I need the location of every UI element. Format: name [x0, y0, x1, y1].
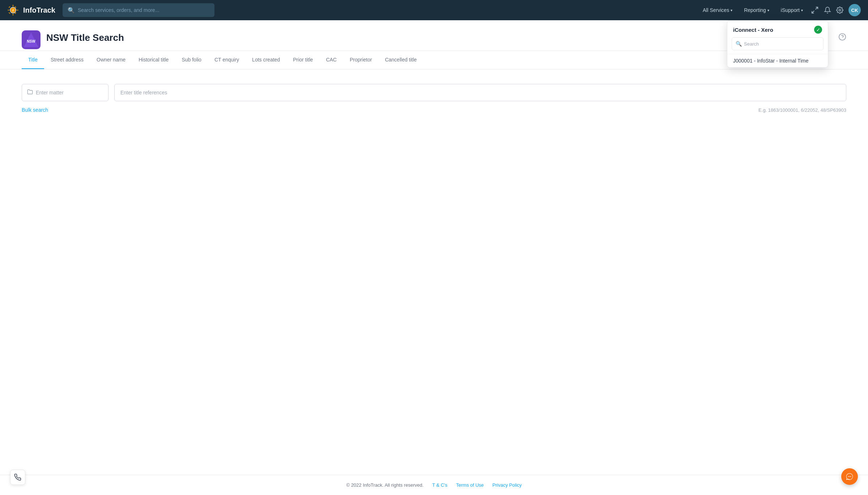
tab-lots-created[interactable]: Lots created	[246, 51, 286, 69]
footer-tac-link[interactable]: T & C's	[432, 482, 447, 488]
tab-historical-title[interactable]: Historical title	[132, 51, 175, 69]
svg-point-13	[839, 9, 841, 11]
footer-terms-link[interactable]: Terms of Use	[456, 482, 484, 488]
svg-rect-7	[8, 12, 10, 14]
bottom-row: Bulk search E.g. 1863/1000001, 6/22052, …	[22, 107, 846, 113]
search-icon: 🔍	[68, 7, 75, 14]
tab-cac[interactable]: CAC	[319, 51, 343, 69]
navbar: i InfoTrack 🔍 All Services ▾ Reporting ▾…	[0, 0, 868, 20]
svg-rect-4	[17, 10, 18, 11]
iconnect-search-bar[interactable]: 🔍	[732, 37, 824, 50]
matter-input-wrap[interactable]	[22, 84, 109, 101]
iconnect-item[interactable]: J000001 - InfoStar - Internal Time	[727, 54, 828, 67]
svg-text:i: i	[13, 8, 14, 12]
chevron-down-icon: ▾	[801, 8, 803, 12]
tab-proprietor[interactable]: Proprietor	[343, 51, 378, 69]
tab-street-address[interactable]: Street address	[44, 51, 90, 69]
page-icon: NSW	[22, 30, 41, 51]
bell-icon[interactable]	[824, 7, 831, 14]
chevron-down-icon: ▾	[767, 8, 769, 12]
page-content: NSW NSW Title Search Title Street addres…	[0, 20, 868, 475]
title-ref-input[interactable]	[114, 84, 846, 101]
iconnect-dropdown: iConnect - Xero ✓ 🔍 J000001 - InfoStar -…	[727, 20, 828, 68]
svg-rect-5	[8, 6, 10, 8]
isupport-nav[interactable]: iSupport ▾	[776, 5, 807, 15]
main-area: Bulk search E.g. 1863/1000001, 6/22052, …	[0, 69, 868, 127]
svg-point-21	[850, 476, 851, 477]
global-search-bar[interactable]: 🔍	[63, 3, 214, 17]
iconnect-search-input[interactable]	[744, 41, 820, 47]
navbar-right: All Services ▾ Reporting ▾ iSupport ▾	[691, 4, 861, 16]
help-icon[interactable]	[838, 33, 846, 48]
global-search-input[interactable]	[78, 7, 209, 13]
footer-privacy-link[interactable]: Privacy Policy	[493, 482, 522, 488]
svg-line-12	[812, 11, 814, 13]
all-services-nav[interactable]: All Services ▾	[698, 5, 737, 15]
example-text: E.g. 1863/1000001, 6/22052, 48/SP63903	[758, 107, 846, 113]
logo[interactable]: i InfoTrack	[7, 4, 55, 16]
all-services-label: All Services	[703, 7, 729, 13]
svg-point-20	[849, 476, 850, 477]
footer: © 2022 InfoTrack. All rights reserved. T…	[0, 475, 868, 495]
svg-line-11	[816, 7, 818, 9]
iconnect-check-icon: ✓	[814, 26, 822, 34]
folder-icon	[27, 89, 33, 96]
nav-links: All Services ▾ Reporting ▾ iSupport ▾	[698, 5, 807, 15]
tab-sub-folio[interactable]: Sub folio	[175, 51, 208, 69]
logo-text: InfoTrack	[23, 6, 55, 14]
tab-ct-enquiry[interactable]: CT enquiry	[208, 51, 246, 69]
svg-point-19	[848, 476, 849, 477]
bulk-search-link[interactable]: Bulk search	[22, 107, 48, 113]
isupport-label: iSupport	[781, 7, 800, 13]
input-row	[22, 84, 846, 101]
chat-support-button[interactable]	[841, 468, 858, 485]
svg-text:NSW: NSW	[27, 39, 35, 43]
iconnect-header: iConnect - Xero ✓	[727, 21, 828, 37]
iconnect-title: iConnect - Xero	[733, 27, 773, 33]
settings-icon[interactable]	[836, 7, 843, 14]
tab-owner-name[interactable]: Owner name	[90, 51, 132, 69]
tab-title[interactable]: Title	[22, 51, 44, 69]
svg-rect-2	[13, 14, 14, 16]
phone-button[interactable]	[10, 470, 25, 485]
tab-prior-title[interactable]: Prior title	[286, 51, 319, 69]
logo-icon: i	[7, 4, 19, 16]
nav-icons: CK	[811, 4, 861, 16]
tab-cancelled-title[interactable]: Cancelled title	[378, 51, 423, 69]
chevron-down-icon: ▾	[731, 8, 732, 12]
matter-input[interactable]	[36, 90, 103, 95]
reporting-nav[interactable]: Reporting ▾	[740, 5, 774, 15]
reporting-label: Reporting	[744, 7, 766, 13]
code-icon[interactable]	[811, 6, 819, 14]
svg-rect-3	[8, 10, 9, 11]
iconnect-search-icon: 🔍	[736, 41, 742, 47]
footer-copyright: © 2022 InfoTrack. All rights reserved.	[346, 482, 424, 488]
svg-rect-1	[13, 5, 14, 7]
page-title: NSW Title Search	[46, 32, 124, 49]
user-avatar[interactable]: CK	[848, 4, 861, 16]
